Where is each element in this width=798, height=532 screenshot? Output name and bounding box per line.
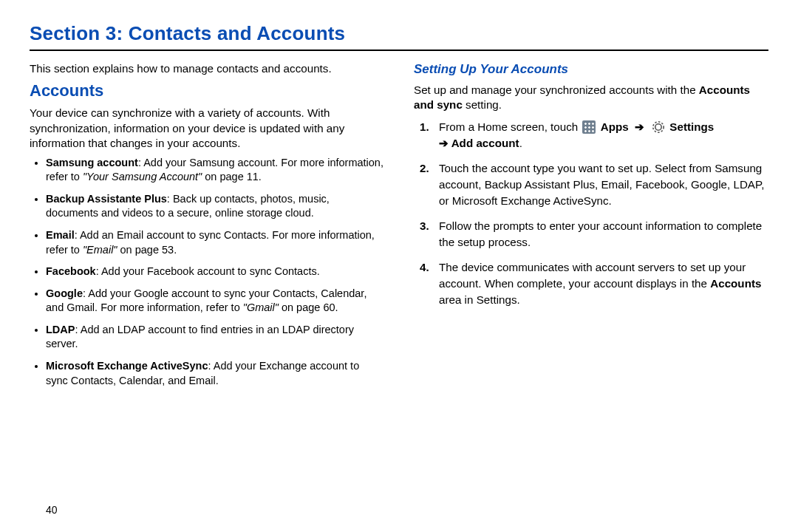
item-label: Facebook xyxy=(46,265,96,277)
accounts-lead: Your device can synchronize with a varie… xyxy=(30,106,384,151)
add-account-label: ➔ Add account xyxy=(439,137,519,149)
settings-label: Settings xyxy=(669,120,714,133)
intro-text: This section explains how to manage cont… xyxy=(30,61,384,77)
list-item: Samsung account: Add your Samsung accoun… xyxy=(46,156,384,185)
list-item: Microsoft Exchange ActiveSync: Add your … xyxy=(46,359,384,388)
svg-point-1 xyxy=(653,122,664,132)
item-ref: "Your Samsung Account" xyxy=(83,171,202,183)
item-text: : Add an LDAP account to find entries in… xyxy=(46,324,354,350)
page-number: 40 xyxy=(46,504,58,516)
apps-icon xyxy=(582,120,596,134)
accounts-heading: Accounts xyxy=(30,80,384,102)
title-rule xyxy=(30,50,768,51)
step-text: The device communicates with account ser… xyxy=(439,261,746,290)
setup-steps: From a Home screen, touch Apps ➔ Setting… xyxy=(414,119,768,308)
item-text: : Add your Facebook account to sync Cont… xyxy=(96,265,320,277)
accounts-bold: Accounts xyxy=(710,277,761,290)
list-item: LDAP: Add an LDAP account to find entrie… xyxy=(46,323,384,352)
step-item: The device communicates with account ser… xyxy=(439,259,768,308)
two-column-layout: This section explains how to manage cont… xyxy=(30,61,768,395)
step-text: area in Settings. xyxy=(439,293,520,306)
apps-label: Apps xyxy=(601,120,629,133)
arrow-icon: ➔ xyxy=(632,120,647,133)
right-column: Setting Up Your Accounts Set up and mana… xyxy=(414,61,768,395)
item-page: on page 53. xyxy=(117,244,177,256)
setup-lead: Set up and manage your synchronized acco… xyxy=(414,83,768,113)
step-text: From a Home screen, touch xyxy=(439,120,581,133)
item-ref: "Email" xyxy=(83,244,117,256)
item-label: Backup Assistante Plus xyxy=(46,193,167,205)
item-page: on page 60. xyxy=(279,301,338,313)
step-item: From a Home screen, touch Apps ➔ Setting… xyxy=(439,119,768,151)
item-page: on page 11. xyxy=(202,171,262,183)
lead-part: setting. xyxy=(463,98,502,111)
item-label: LDAP xyxy=(46,324,75,335)
setup-heading: Setting Up Your Accounts xyxy=(414,61,768,78)
left-column: This section explains how to manage cont… xyxy=(30,61,384,395)
manual-page: Section 3: Contacts and Accounts This se… xyxy=(0,0,798,532)
list-item: Google: Add your Google account to sync … xyxy=(46,287,384,316)
item-label: Email xyxy=(46,229,75,241)
item-label: Microsoft Exchange ActiveSync xyxy=(46,360,208,372)
list-item: Facebook: Add your Facebook account to s… xyxy=(46,265,384,279)
step-item: Follow the prompts to enter your account… xyxy=(439,218,768,250)
svg-point-0 xyxy=(655,124,661,130)
lead-part: Set up and manage your synchronized acco… xyxy=(414,83,699,96)
settings-icon xyxy=(652,120,665,134)
step-item: Touch the account type you want to set u… xyxy=(439,160,768,209)
item-ref: "Gmail" xyxy=(243,301,279,313)
account-types-list: Samsung account: Add your Samsung accoun… xyxy=(30,156,384,388)
list-item: Email: Add an Email account to sync Cont… xyxy=(46,228,384,257)
section-title: Section 3: Contacts and Accounts xyxy=(30,22,768,45)
item-label: Samsung account xyxy=(46,157,138,168)
step-text: . xyxy=(519,137,522,149)
item-label: Google xyxy=(46,287,83,299)
list-item: Backup Assistante Plus: Back up contacts… xyxy=(46,192,384,221)
